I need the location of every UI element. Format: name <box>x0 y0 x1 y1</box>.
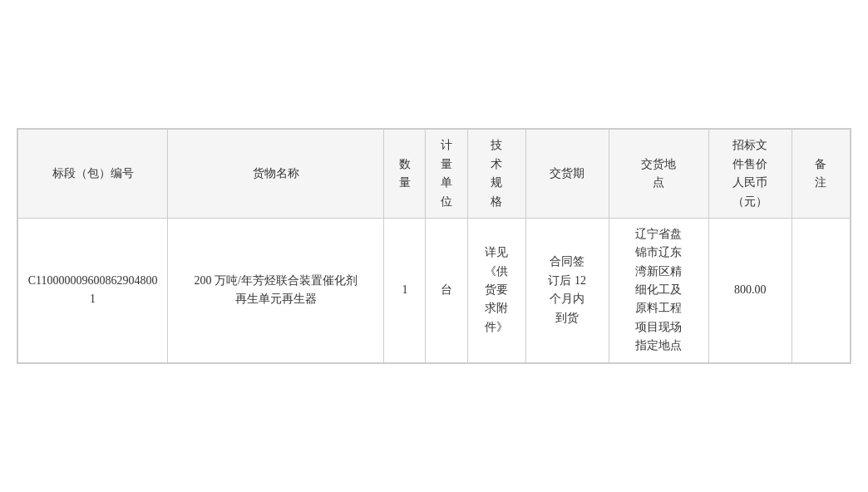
cell-quantity: 1 <box>384 218 426 362</box>
header-unit: 计量单位 <box>426 130 467 219</box>
cell-price: 800.00 <box>708 218 792 362</box>
cell-tech-spec: 详见《供货要求附件》 <box>467 218 525 362</box>
cell-unit: 台 <box>426 218 467 362</box>
cell-delivery-period: 合同签订后 12个月内到货 <box>525 218 609 362</box>
cell-goods: 200 万吨/年芳烃联合装置催化剂再生单元再生器 <box>168 218 384 362</box>
cell-biaodan: C1100000096008629048001 <box>18 218 168 362</box>
procurement-table: 标段（包）编号 货物名称 数量 计量单位 技术规格 交货期 交货 <box>17 128 851 363</box>
header-tech-spec: 技术规格 <box>467 130 525 219</box>
cell-delivery-location: 辽宁省盘锦市辽东湾新区精细化工及原料工程项目现场指定地点 <box>609 218 708 362</box>
header-bidding-price: 招标文件售价人民币（元） <box>708 130 792 219</box>
header-biaodan: 标段（包）编号 <box>18 130 168 219</box>
header-quantity: 数量 <box>384 130 426 219</box>
header-remark: 备注 <box>792 130 850 219</box>
cell-remark <box>792 218 850 362</box>
table-row: C1100000096008629048001 200 万吨/年芳烃联合装置催化… <box>18 218 851 362</box>
header-delivery-period: 交货期 <box>525 130 609 219</box>
header-delivery-location: 交货地点 <box>609 130 708 219</box>
header-goods: 货物名称 <box>168 130 384 219</box>
